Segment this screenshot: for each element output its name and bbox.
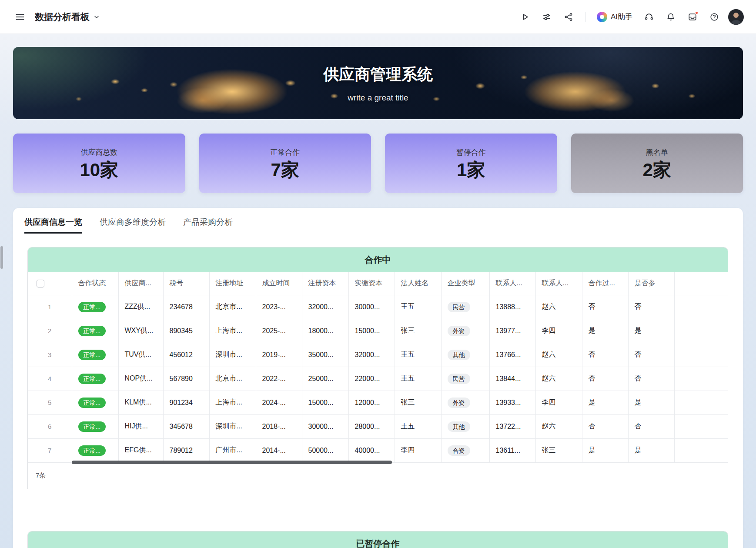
cell[interactable]: 2023-...	[256, 295, 302, 319]
cell[interactable]: 正常...	[72, 343, 118, 367]
cell[interactable]: 北京市...	[209, 295, 256, 319]
cell[interactable]: 张三	[535, 438, 582, 462]
tab-procurement-analysis[interactable]: 产品采购分析	[183, 217, 233, 234]
cell[interactable]: 是	[628, 438, 674, 462]
cell[interactable]: WXY供...	[118, 319, 163, 343]
cell[interactable]: 赵六	[535, 343, 582, 367]
col-company-type[interactable]: 企业类型	[441, 272, 489, 295]
cell[interactable]: 否	[582, 414, 628, 438]
cell[interactable]: 张三	[395, 391, 441, 414]
cell[interactable]: 30000...	[348, 295, 395, 319]
cell[interactable]: 345678	[163, 414, 209, 438]
page-vertical-scrollbar[interactable]	[0, 246, 3, 269]
cell[interactable]: 901234	[163, 391, 209, 414]
table-row[interactable]: 3 正常... TUV供... 456012 深圳市... 2019-... 3…	[28, 343, 728, 367]
cell[interactable]: 外资	[441, 319, 489, 343]
ai-assistant-button[interactable]: AI助手	[594, 10, 635, 24]
cell[interactable]: 25000...	[302, 367, 348, 391]
cell[interactable]: EFG供...	[118, 438, 163, 462]
cell[interactable]: 13933...	[489, 391, 535, 414]
cell[interactable]: 正常...	[72, 438, 118, 462]
col-registered-capital[interactable]: 注册资本	[302, 272, 348, 295]
tab-multidimensional-analysis[interactable]: 供应商多维度分析	[100, 217, 166, 234]
cell[interactable]: KLM供...	[118, 391, 163, 414]
cell[interactable]: 789012	[163, 438, 209, 462]
col-status[interactable]: 合作状态	[72, 272, 118, 295]
stat-card-paused-cooperation[interactable]: 暂停合作 1家	[385, 134, 557, 193]
tab-supplier-info[interactable]: 供应商信息一览	[24, 217, 82, 234]
cell[interactable]: 是	[628, 391, 674, 414]
select-all-checkbox[interactable]	[37, 280, 44, 287]
cell[interactable]: 其他	[441, 343, 489, 367]
cell[interactable]: 上海市...	[209, 391, 256, 414]
cell[interactable]: 28000...	[348, 414, 395, 438]
cell[interactable]: 王五	[395, 295, 441, 319]
present-icon[interactable]	[517, 9, 533, 25]
cell[interactable]: 30000...	[302, 414, 348, 438]
cell[interactable]: 深圳市...	[209, 414, 256, 438]
cell[interactable]: 18000...	[302, 319, 348, 343]
cell[interactable]: 13611...	[489, 438, 535, 462]
cell[interactable]: 567890	[163, 367, 209, 391]
col-paid-capital[interactable]: 实缴资本	[348, 272, 395, 295]
col-participation[interactable]: 是否参	[628, 272, 674, 295]
cell[interactable]: 13888...	[489, 295, 535, 319]
menu-icon[interactable]	[12, 9, 28, 25]
table-row[interactable]: 2 正常... WXY供... 890345 上海市... 2025-... 1…	[28, 319, 728, 343]
cell[interactable]: 正常...	[72, 367, 118, 391]
stat-card-total-suppliers[interactable]: 供应商总数 10家	[13, 134, 185, 193]
share-icon[interactable]	[561, 9, 576, 25]
cell[interactable]: 456012	[163, 343, 209, 367]
cell[interactable]: NOP供...	[118, 367, 163, 391]
cell[interactable]: 234678	[163, 295, 209, 319]
col-supplier-name[interactable]: 供应商...	[118, 272, 163, 295]
cell[interactable]: 13766...	[489, 343, 535, 367]
cell[interactable]: 正常...	[72, 295, 118, 319]
cell[interactable]: 民营	[441, 295, 489, 319]
cell[interactable]: 2024-...	[256, 391, 302, 414]
cell[interactable]: 是	[582, 391, 628, 414]
cell[interactable]: 合资	[441, 438, 489, 462]
cell[interactable]: 李四	[535, 391, 582, 414]
cell[interactable]: 深圳市...	[209, 343, 256, 367]
cell[interactable]: 赵六	[535, 295, 582, 319]
inbox-icon[interactable]	[685, 9, 700, 25]
cell[interactable]: 其他	[441, 414, 489, 438]
cell[interactable]: 李四	[395, 438, 441, 462]
cell[interactable]: 2019-...	[256, 343, 302, 367]
cell[interactable]: 否	[582, 295, 628, 319]
cell[interactable]: 15000...	[348, 319, 395, 343]
cell[interactable]: 否	[628, 295, 674, 319]
col-contact-phone[interactable]: 联系人...	[489, 272, 535, 295]
settings-sliders-icon[interactable]	[539, 9, 555, 25]
table-row[interactable]: 6 正常... HIJ供... 345678 深圳市... 2018-... 3…	[28, 414, 728, 438]
col-contact-name[interactable]: 联系人...	[535, 272, 582, 295]
cell[interactable]: 否	[628, 343, 674, 367]
cell[interactable]: 50000...	[302, 438, 348, 462]
cell[interactable]: 否	[582, 367, 628, 391]
cell[interactable]: ZZZ供...	[118, 295, 163, 319]
cell[interactable]: 上海市...	[209, 319, 256, 343]
stat-card-blacklist[interactable]: 黑名单 2家	[571, 134, 743, 193]
col-founded-date[interactable]: 成立时间	[256, 272, 302, 295]
cell[interactable]: 王五	[395, 414, 441, 438]
cell[interactable]: 否	[628, 367, 674, 391]
cell[interactable]: 正常...	[72, 391, 118, 414]
cell[interactable]: 王五	[395, 367, 441, 391]
cell[interactable]: 2022-...	[256, 367, 302, 391]
cell[interactable]: HIJ供...	[118, 414, 163, 438]
cell[interactable]: 是	[582, 319, 628, 343]
cell[interactable]: 张三	[395, 319, 441, 343]
table-row[interactable]: 1 正常... ZZZ供... 234678 北京市... 2023-... 3…	[28, 295, 728, 319]
col-tax-id[interactable]: 税号	[163, 272, 209, 295]
cell[interactable]: 外资	[441, 391, 489, 414]
cell[interactable]: 赵六	[535, 367, 582, 391]
cell[interactable]: 15000...	[302, 391, 348, 414]
dashboard-title-dropdown[interactable]: 数据分析看板	[35, 11, 100, 23]
cell[interactable]: 2018-...	[256, 414, 302, 438]
cell[interactable]: TUV供...	[118, 343, 163, 367]
col-registered-address[interactable]: 注册地址	[209, 272, 256, 295]
cell[interactable]: 13844...	[489, 367, 535, 391]
cell[interactable]: 北京市...	[209, 367, 256, 391]
cell[interactable]: 否	[628, 414, 674, 438]
